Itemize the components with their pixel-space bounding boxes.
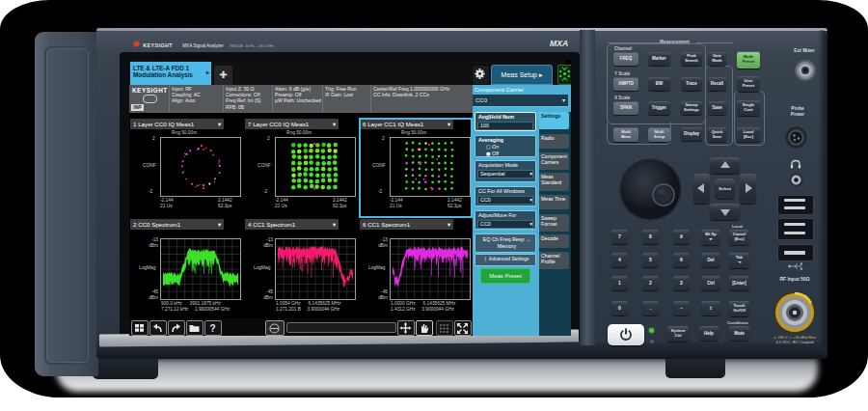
svg-text:?: ? <box>209 323 215 334</box>
